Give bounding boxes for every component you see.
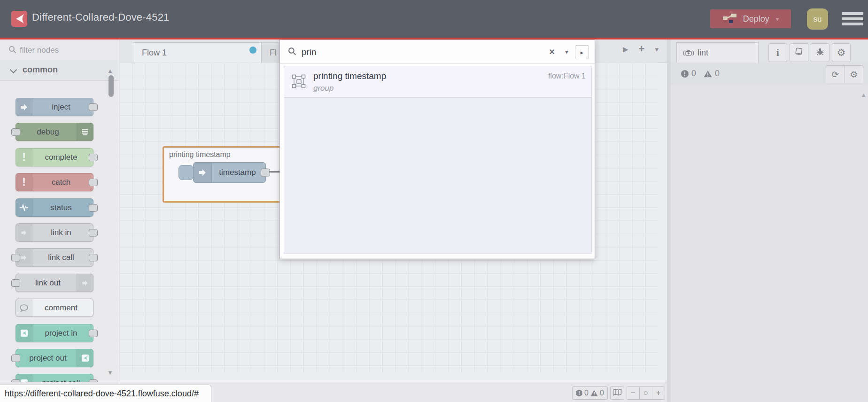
link-out-port-in[interactable] <box>11 279 20 287</box>
link-call-port-out[interactable] <box>89 254 98 261</box>
palette-node-label: link call <box>32 249 90 266</box>
node-group[interactable]: printing timestamp timestamp <box>163 146 281 203</box>
tab-flow-2-label: Fl <box>270 48 277 58</box>
palette-scroll-up-icon[interactable]: ▲ <box>107 68 113 74</box>
lint-settings-button[interactable]: ⚙ <box>845 66 863 83</box>
palette-filter-row <box>0 39 119 61</box>
search-input[interactable] <box>301 44 528 60</box>
config-sidebar-button[interactable]: ⚙ <box>832 43 851 62</box>
search-options-caret-icon[interactable]: ▾ <box>565 48 568 55</box>
zoom-reset-button[interactable]: ○ <box>639 387 652 399</box>
tab-scroll-right-icon[interactable]: ▶ <box>623 45 628 54</box>
palette-node-label: complete <box>32 149 90 166</box>
add-flow-button[interactable]: + <box>639 45 645 54</box>
palette-node-inject[interactable]: inject <box>16 98 93 116</box>
catch-port-out[interactable] <box>89 179 98 186</box>
inject-node[interactable]: timestamp <box>193 162 266 183</box>
link-in-port-out[interactable] <box>89 229 98 236</box>
info-icon: i <box>776 47 779 59</box>
tab-lint[interactable]: lint <box>676 42 759 63</box>
status-url: https://different-collared-dove-4521.flo… <box>5 389 199 399</box>
palette-node-complete[interactable]: !complete <box>16 148 93 166</box>
project-out-port-in[interactable] <box>11 355 20 362</box>
palette-node-label: link in <box>32 224 90 241</box>
help-sidebar-button[interactable] <box>790 43 808 62</box>
canvas-warning-count: 0 <box>600 389 604 397</box>
palette-node-comment[interactable]: comment <box>16 299 93 317</box>
project-in-port-out[interactable] <box>89 330 98 337</box>
palette-filter-input[interactable] <box>19 43 105 57</box>
palette-node-label: project in <box>32 324 90 342</box>
lint-error-count: 0 <box>691 69 696 79</box>
palette-node-label: catch <box>32 173 90 191</box>
canvas-notification-counts[interactable]: 0 0 <box>572 386 608 400</box>
palette-node-debug[interactable]: debug <box>16 123 93 141</box>
group-label: printing timestamp <box>169 150 231 159</box>
tab-flow-1-label: Flow 1 <box>142 48 167 58</box>
deploy-icon <box>722 12 738 26</box>
clear-search-icon[interactable]: × <box>549 47 555 57</box>
refresh-button[interactable]: ⟳ <box>826 66 845 83</box>
deploy-label: Deploy <box>743 14 769 24</box>
search-result-row[interactable]: printing timestamp flow:Flow 1 group <box>284 66 591 98</box>
navigator-button[interactable] <box>610 386 624 400</box>
search-icon <box>8 46 16 55</box>
zoom-in-button[interactable]: + <box>652 387 665 399</box>
zoom-out-button[interactable]: − <box>627 387 639 399</box>
tab-flow-1[interactable]: Flow 1 <box>133 42 262 63</box>
link-in-icon <box>16 224 32 241</box>
book-icon <box>795 47 803 58</box>
palette-category-label: common <box>23 65 58 75</box>
browser-status-bubble: https://different-collared-dove-4521.flo… <box>0 385 211 402</box>
lint-toolbox-icon <box>683 48 694 58</box>
inject-output-port[interactable] <box>261 169 270 177</box>
palette-node-label: project out <box>19 349 77 367</box>
inject-trigger-button[interactable] <box>178 165 194 180</box>
debug-sidebar-button[interactable] <box>811 43 829 62</box>
link-call-port-in[interactable] <box>11 254 20 261</box>
debug-icon <box>77 123 93 141</box>
flow-list-caret-icon[interactable]: ▾ <box>655 45 659 54</box>
palette-node-status[interactable]: status <box>16 198 93 217</box>
lint-panel-header: 0 0 ⟳ ⚙ <box>671 63 868 85</box>
link-out-icon <box>77 274 93 292</box>
palette-node-link-call[interactable]: link call <box>16 248 93 267</box>
deploy-caret-icon[interactable]: ▾ <box>776 16 779 23</box>
search-dialog: × ▾ ▸ printing timestamp flow:Flow 1 <box>279 39 595 259</box>
zoom-controls: − ○ + <box>627 386 665 400</box>
palette-node-label: inject <box>32 98 90 116</box>
expand-icon: ▸ <box>581 49 584 56</box>
palette-node-project-in[interactable]: project in <box>16 324 93 342</box>
inject-icon <box>16 98 32 116</box>
status-port-out[interactable] <box>89 204 98 212</box>
user-avatar[interactable]: su <box>807 8 828 30</box>
inject-port-out[interactable] <box>89 103 98 111</box>
node-palette: common injectdebug!complete!catchstatusl… <box>0 39 119 382</box>
deploy-button[interactable]: Deploy ▾ <box>710 9 791 28</box>
palette-scrollbar-thumb[interactable] <box>108 75 114 97</box>
tab-lint-label: lint <box>698 48 708 58</box>
palette-category-common[interactable]: common <box>0 60 119 81</box>
lint-actions: ⟳ ⚙ <box>826 65 863 83</box>
warning-triangle-icon <box>704 70 712 78</box>
search-result-type: group <box>313 84 333 93</box>
search-results-list: printing timestamp flow:Flow 1 group <box>284 66 592 254</box>
palette-node-link-out[interactable]: link out <box>16 274 93 292</box>
main-menu-button[interactable] <box>842 12 863 25</box>
sidebar-scroll-up-icon[interactable]: ▲ <box>860 91 867 98</box>
palette-node-link-in[interactable]: link in <box>16 223 93 242</box>
bug-icon <box>816 47 824 58</box>
palette-node-catch[interactable]: !catch <box>16 173 93 191</box>
refresh-icon: ⟳ <box>826 69 845 80</box>
palette-node-project-out[interactable]: project out <box>16 349 93 367</box>
error-circle-icon <box>681 70 689 78</box>
palette-scroll-down-icon[interactable]: ▼ <box>107 370 113 376</box>
node-red-editor: Different-Collared-Dove-4521 Deploy ▾ su… <box>0 0 868 402</box>
search-expand-button[interactable]: ▸ <box>575 45 589 59</box>
info-sidebar-button[interactable]: i <box>768 43 787 62</box>
palette-node-label: link out <box>19 274 77 292</box>
palette-node-label: debug <box>19 123 77 141</box>
lint-panel-body: ▲ <box>671 85 868 402</box>
complete-port-out[interactable] <box>89 154 98 161</box>
debug-port-in[interactable] <box>11 128 20 136</box>
